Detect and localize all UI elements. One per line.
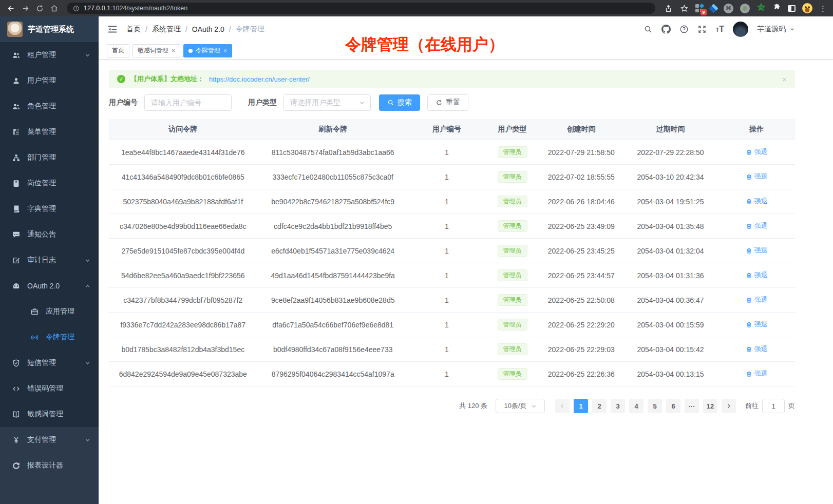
refresh-token-cell: b0df4980ffd34c67a08f9156e4eee733 xyxy=(257,345,409,354)
browser-forward-icon[interactable] xyxy=(21,4,30,13)
sidebar-item[interactable]: 用户管理 xyxy=(0,68,99,93)
sidebar-item[interactable]: OAuth 2.0 xyxy=(0,273,99,299)
record-extension-icon[interactable] xyxy=(740,4,750,13)
force-logout-button[interactable]: 强退 xyxy=(746,172,768,181)
sidebar-item[interactable]: 字典管理 xyxy=(0,196,99,222)
sidebar-item[interactable]: 审计日志 xyxy=(0,247,99,273)
search-button[interactable]: 搜索 xyxy=(379,94,420,111)
puzzle-extensions-icon[interactable] xyxy=(772,3,781,14)
sidebar-item[interactable]: 部门管理 xyxy=(0,145,99,170)
more-pages-button[interactable]: ··· xyxy=(685,399,699,413)
access-token-cell: c342377bf8b344799dcbf7bf095287f2 xyxy=(109,296,257,304)
sidebar-item-label: 错误码管理 xyxy=(27,384,63,393)
access-token-cell: b0d1785bc3a8482f812db4a3f3bd15ec xyxy=(109,345,257,354)
errcode-icon xyxy=(11,384,21,393)
sidebar-item[interactable]: 岗位管理 xyxy=(0,170,99,196)
user-avatar[interactable] xyxy=(733,22,748,37)
breadcrumb-item[interactable]: 首页 xyxy=(126,25,141,34)
browser-menu-kebab-icon[interactable]: ⋮ xyxy=(819,5,827,12)
profile-avatar-emoji[interactable] xyxy=(802,3,812,13)
access-token-cell: 1ea5e44f8bc1467aaede43144f31de76 xyxy=(109,148,257,157)
user-id-input[interactable] xyxy=(144,94,232,111)
force-logout-button[interactable]: 强退 xyxy=(746,147,768,157)
alert-close-icon[interactable]: × xyxy=(782,75,787,84)
chevron-up-icon xyxy=(85,283,90,289)
force-logout-button[interactable]: 强退 xyxy=(746,369,768,378)
page-number-button[interactable]: 5 xyxy=(648,399,662,413)
tag-view-tab[interactable]: 令牌管理 × xyxy=(183,44,232,57)
user-type-badge: 管理员 xyxy=(498,146,527,159)
force-logout-button[interactable]: 强退 xyxy=(746,197,768,206)
extension-grid-icon[interactable]: 9 xyxy=(695,4,704,12)
force-logout-label: 强退 xyxy=(754,197,768,206)
close-icon[interactable]: × xyxy=(223,48,227,54)
breadcrumb-item[interactable]: 系统管理 xyxy=(152,25,181,34)
close-icon[interactable]: × xyxy=(172,48,175,54)
force-logout-label: 强退 xyxy=(754,344,768,354)
force-logout-button[interactable]: 强退 xyxy=(746,246,768,255)
breadcrumb-item[interactable]: 令牌管理 xyxy=(236,25,264,34)
page-number-button[interactable]: 3 xyxy=(611,399,625,413)
search-icon[interactable] xyxy=(643,25,653,34)
user-menu[interactable]: 芋道源码 xyxy=(757,25,795,34)
user-id-cell: 1 xyxy=(409,148,485,157)
force-logout-button[interactable]: 强退 xyxy=(746,344,768,354)
prev-page-button[interactable] xyxy=(555,399,570,413)
sidebar-item[interactable]: 租户管理 xyxy=(0,42,99,68)
sidebar-item[interactable]: 令牌管理 xyxy=(0,324,99,350)
page-number-button[interactable]: 1 xyxy=(574,399,588,413)
sidebar-collapse-icon[interactable] xyxy=(107,24,118,35)
sidebar-item[interactable]: 角色管理 xyxy=(0,93,99,119)
browser-reload-icon[interactable] xyxy=(35,4,44,13)
sidebar-item[interactable]: 通知公告 xyxy=(0,222,99,247)
page-number-button[interactable]: 4 xyxy=(629,399,643,413)
page-size-select[interactable]: 10条/页 xyxy=(496,399,545,413)
page-info-icon[interactable] xyxy=(73,5,80,12)
sidebar-item[interactable]: 报表设计器 xyxy=(0,453,99,478)
tag-view-tab[interactable]: 敏感词管理 × xyxy=(132,44,180,57)
user-id-cell: 1 xyxy=(409,370,485,378)
sidebar-item[interactable]: 应用管理 xyxy=(0,299,99,324)
sidebar-item[interactable]: 支付管理 xyxy=(0,427,99,453)
app-title: 芋道管理系统 xyxy=(28,25,74,34)
sidebar-item[interactable]: 短信管理 xyxy=(0,350,99,376)
share-icon[interactable] xyxy=(664,4,673,13)
sidebar-item[interactable]: 敏感词管理 xyxy=(0,401,99,427)
sidebar-menu-bottom: 支付管理 报表设计器 xyxy=(0,427,99,504)
browser-home-icon[interactable] xyxy=(49,4,59,13)
create-time-cell: 2022-06-25 22:50:08 xyxy=(540,296,623,304)
doc-link[interactable]: https://doc.iocoder.cn/user-center/ xyxy=(209,75,310,83)
sidebar-item-label: 菜单管理 xyxy=(27,127,56,137)
github-icon[interactable] xyxy=(661,25,671,34)
help-icon[interactable] xyxy=(679,25,689,34)
column-header: 操作 xyxy=(718,125,795,134)
browser-back-icon[interactable] xyxy=(6,4,15,13)
page-number-button[interactable]: 12 xyxy=(703,399,717,413)
force-logout-button[interactable]: 强退 xyxy=(746,320,768,329)
page-number-button[interactable]: 6 xyxy=(666,399,680,413)
force-logout-button[interactable]: 强退 xyxy=(746,295,768,304)
next-page-button[interactable] xyxy=(722,399,736,413)
goto-page-input[interactable] xyxy=(762,399,785,413)
reset-button[interactable]: 重置 xyxy=(427,94,468,111)
access-token-cell: 6d842e2924594de9a09e45e087323abe xyxy=(109,370,257,378)
sidebar-item[interactable]: 错误码管理 xyxy=(0,376,99,401)
force-logout-button[interactable]: 强退 xyxy=(746,221,768,230)
user-type-cell: 管理员 xyxy=(485,343,540,356)
force-logout-button[interactable]: 强退 xyxy=(746,270,768,280)
command-extension-icon[interactable]: ⌘ xyxy=(724,4,733,13)
address-bar[interactable]: 127.0.0.1:1024/system/oauth2/token xyxy=(67,3,655,14)
star-extension-icon[interactable] xyxy=(756,3,766,14)
bookmark-star-icon[interactable] xyxy=(679,4,689,13)
window-split-icon[interactable] xyxy=(788,5,796,12)
tag-view-tab[interactable]: 首页 xyxy=(107,44,129,57)
action-cell: 强退 xyxy=(718,221,795,231)
font-size-icon[interactable]: TT xyxy=(715,25,724,33)
diamond-extension-icon[interactable] xyxy=(709,4,718,13)
breadcrumb-item[interactable]: OAuth 2.0 xyxy=(192,25,224,33)
user-type-select[interactable]: 请选择用户类型 xyxy=(283,94,371,111)
sidebar-item[interactable]: 菜单管理 xyxy=(0,119,99,145)
fullscreen-icon[interactable] xyxy=(697,25,707,34)
column-header: 刷新令牌 xyxy=(257,125,409,134)
page-number-button[interactable]: 2 xyxy=(592,399,607,413)
